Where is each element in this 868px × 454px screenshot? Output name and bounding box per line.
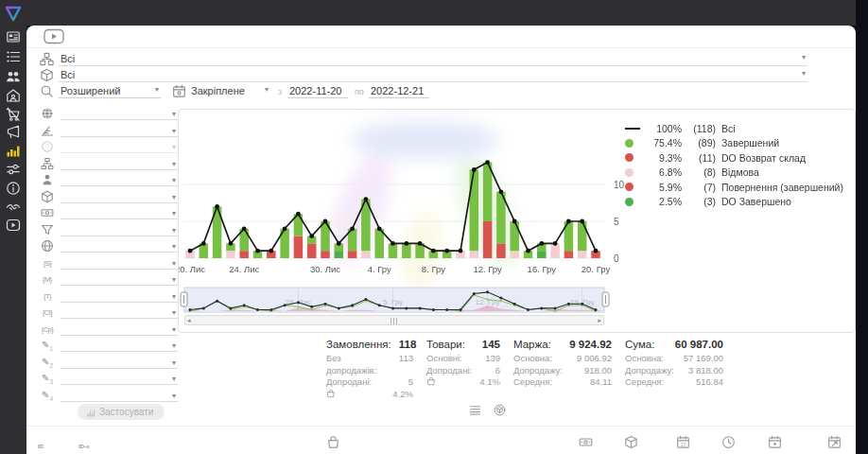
- x-axis-label: 12. Гру: [473, 264, 502, 274]
- line-point: [188, 249, 193, 253]
- date-to-field[interactable]: 2022-12-21: [369, 84, 429, 98]
- chart-panel: 051020. Лис24. Лис30. Лис4. Гру8. Гру12.…: [178, 109, 856, 333]
- report-list-icon: [6, 49, 22, 64]
- filter-select-utm-campaign[interactable]: ▾: [61, 323, 178, 336]
- orders-chart[interactable]: 051020. Лис24. Лис30. Лис4. Гру8. Гру12.…: [179, 110, 651, 286]
- filter-row-geo: ▾: [40, 107, 178, 124]
- legend-item-1[interactable]: 75.4%(89)Завершений: [625, 136, 850, 151]
- tab-payments[interactable]: [579, 435, 593, 453]
- product-select[interactable]: Всі ▾: [40, 68, 807, 84]
- bar-segment: [510, 251, 519, 258]
- utm-term-icon: {T}: [40, 289, 55, 304]
- id-lines-icon: ID-o: [78, 444, 91, 454]
- sidebar-item-info[interactable]: [6, 181, 22, 197]
- filter-select-product[interactable]: ▾: [61, 191, 178, 203]
- search-mode-select[interactable]: Розширений ▾: [59, 84, 161, 98]
- stat-column-1: Товари:145Основні:139Допродані:64.1%: [426, 339, 500, 400]
- legend-item-0[interactable]: 100%(118)Всі: [625, 121, 850, 136]
- filter-row-custom-1: ✎1▾: [40, 339, 178, 356]
- filter-select-funnel[interactable]: ▾: [61, 224, 178, 236]
- chevron-down-icon: ▾: [172, 326, 176, 334]
- legend-count: (8): [682, 166, 716, 178]
- legend-percent: 6.8%: [644, 166, 682, 178]
- filter-select-custom-1[interactable]: ▾: [61, 340, 178, 352]
- line-point: [350, 226, 355, 231]
- scroll-left-icon[interactable]: ◂: [187, 317, 191, 324]
- sidebar-item-dashboard[interactable]: [6, 29, 22, 45]
- bar-segment: [226, 251, 235, 258]
- legend-item-2[interactable]: 9.3%(11)DO Возврат склад: [625, 150, 850, 166]
- line-point: [391, 241, 395, 246]
- filter-select-web[interactable]: ▾: [61, 240, 178, 253]
- scroll-grip[interactable]: |||: [391, 317, 398, 324]
- line-point: [580, 219, 584, 224]
- scroll-right-icon[interactable]: ▸: [598, 317, 601, 324]
- tab-products[interactable]: [624, 435, 638, 453]
- chevron-down-icon: ▾: [172, 243, 176, 251]
- date-from-field[interactable]: 2022-11-20: [287, 84, 348, 98]
- legend-count: (3): [682, 196, 716, 207]
- cube-circle-icon: [494, 403, 506, 419]
- sidebar-item-analytics[interactable]: [6, 143, 22, 159]
- sidebar-item-campaigns[interactable]: [6, 124, 22, 140]
- stat-row-value: 516.84: [696, 376, 723, 389]
- orders-list-view[interactable]: [469, 403, 481, 420]
- svg-text:?: ?: [45, 143, 49, 149]
- filter-row-utm-medium: {M}▾: [40, 272, 178, 289]
- bar-segment: [496, 243, 506, 258]
- filter-select-payment[interactable]: ▾: [61, 207, 178, 219]
- filter-select-geo[interactable]: ▾: [61, 108, 178, 120]
- app-logo-icon[interactable]: [4, 4, 23, 23]
- tab-calendar[interactable]: [768, 435, 782, 453]
- sidebar-item-orders[interactable]: [6, 107, 22, 123]
- hierarchy-icon: [40, 157, 55, 171]
- chevron-down-icon: ▾: [172, 293, 176, 301]
- summary-stats: Замовлення:118Без допродажів:113Допродан…: [326, 339, 723, 400]
- sidebar-item-users[interactable]: [6, 69, 22, 85]
- line-point: [444, 249, 449, 253]
- legend-item-5[interactable]: 2.5%(3)DO Завершено: [625, 195, 850, 210]
- filter-row-levels: ▾: [40, 124, 178, 141]
- chart-scrollbar[interactable]: ◂ ||| ▸: [184, 315, 604, 325]
- sidebar-item-settings[interactable]: [6, 162, 22, 178]
- tab-id-orders[interactable]: ID: [38, 435, 50, 454]
- sidebar-item-video[interactable]: [6, 218, 22, 234]
- source-select[interactable]: Всі ▾: [40, 52, 807, 68]
- sidebar-item-partners[interactable]: [6, 88, 22, 104]
- sidebar-item-reports[interactable]: [6, 49, 22, 65]
- line-point: [283, 226, 287, 231]
- filter-select-manager[interactable]: ▾: [61, 174, 178, 186]
- legend-item-3[interactable]: 6.8%(8)Відмова: [625, 166, 850, 181]
- chevron-down-icon: ▾: [172, 177, 176, 184]
- sidebar-item-partnership[interactable]: [6, 200, 22, 216]
- filter-select-custom-2[interactable]: ▾: [61, 357, 178, 369]
- filter-row-utm-source: {S}▾: [40, 256, 178, 273]
- stat-title: Замовлення:: [326, 339, 391, 350]
- chevron-down-icon: ▾: [265, 86, 269, 94]
- filter-row-utm-term: {T}▾: [40, 289, 178, 306]
- tab-calendar-export[interactable]: [827, 435, 842, 453]
- tab-time[interactable]: [721, 435, 736, 453]
- filter-select-utm-source[interactable]: ▾: [61, 257, 178, 270]
- filter-select-utm-term[interactable]: ▾: [61, 290, 178, 303]
- filter-row-custom-2: ✎2▾: [40, 356, 178, 373]
- filter-select-custom-3[interactable]: ▾: [61, 373, 178, 385]
- filter-select-custom-4[interactable]: ▾: [61, 390, 178, 402]
- filter-select-utm-medium[interactable]: ▾: [61, 273, 178, 286]
- legend-item-4[interactable]: 5.9%(7)Повернення (завершений): [625, 180, 850, 195]
- apply-button[interactable]: Застосувати: [78, 404, 165, 420]
- legend-label: Повернення (завершений): [721, 182, 843, 193]
- filter-select-levels[interactable]: ▾: [61, 125, 178, 137]
- chevron-down-icon: ▾: [172, 309, 176, 317]
- stat-column-0: Замовлення:118Без допродажів:113Допродан…: [326, 339, 413, 400]
- money-icon: [40, 206, 55, 220]
- video-tutorial-icon[interactable]: [43, 28, 64, 44]
- line-point: [499, 189, 504, 194]
- filter-select-utm-content[interactable]: ▾: [61, 306, 178, 319]
- tab-calendar-day[interactable]: 17: [676, 435, 690, 453]
- filter-select-structure[interactable]: ▾: [61, 158, 178, 170]
- chart-range-navigator[interactable]: 28. Лис5. Гру12. Гру19. Гру: [179, 286, 614, 314]
- products-view[interactable]: [494, 403, 506, 420]
- tab-id-offers[interactable]: ID-o: [78, 435, 91, 454]
- tab-basket[interactable]: [326, 435, 340, 453]
